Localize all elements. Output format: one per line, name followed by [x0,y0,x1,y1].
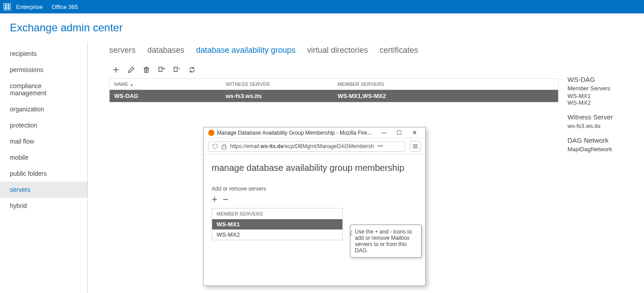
tab-database-availability-groups[interactable]: database availability groups [196,46,295,55]
sidebar-item-compliance-management[interactable]: compliance management [0,78,87,101]
details-network-value: MapiDagNetwork [567,146,635,153]
window-title: Manage Database Availability Group Membe… [217,130,375,136]
cell-witness: ws-fs3.ws.its [222,90,333,102]
col-name[interactable]: NAME ▲ [110,79,222,90]
topnav-enterprise[interactable]: Enterprise [16,4,43,10]
svg-rect-2 [5,7,7,9]
tab-databases[interactable]: databases [147,46,184,55]
shield-icon [212,143,218,150]
svg-rect-6 [145,68,148,72]
svg-rect-0 [5,4,7,7]
table-header: NAME ▲ WITNESS SERVER MEMBER SERVERS [110,79,559,90]
topnav-office365[interactable]: Office 365 [51,4,78,10]
sidebar-item-public-folders[interactable]: public folders [0,166,87,182]
sidebar-item-organization[interactable]: organization [0,101,87,117]
url-text: https://email.ws-its.de/ecp/DBMgmt/Manag… [230,143,374,149]
tab-servers[interactable]: servers [109,46,136,55]
remove-server-icon[interactable]: − [223,195,229,204]
details-witness-value: ws-fs3.ws.its [567,123,635,129]
office-logo-icon [4,3,11,10]
tab-certificates[interactable]: certificates [380,46,418,55]
details-title: WS-DAG [567,76,635,83]
tabs: serversdatabasesdatabase availability gr… [109,46,644,66]
hamburger-menu-icon[interactable] [410,141,421,152]
url-field[interactable]: https://email.ws-its.de/ecp/DBMgmt/Manag… [208,141,405,152]
svg-rect-14 [174,67,177,72]
top-bar: Enterprise Office 365 [0,0,644,13]
sort-asc-icon: ▲ [130,82,134,87]
remove-member-icon[interactable] [173,66,181,74]
firefox-icon [208,130,214,136]
member-row[interactable]: WS-MX2 [212,229,342,240]
sidebar: recipientspermissionscompliance manageme… [0,42,88,293]
col-members[interactable]: MEMBER SERVERS [333,79,559,90]
window-titlebar[interactable]: Manage Database Availability Group Membe… [204,127,425,138]
sidebar-item-protection[interactable]: protection [0,117,87,133]
dag-table: NAME ▲ WITNESS SERVER MEMBER SERVERS WS-… [109,78,559,102]
details-member: WS-MX2 [567,99,635,106]
lock-icon [222,144,226,149]
refresh-icon[interactable] [188,66,196,74]
members-table: MEMBER SERVERS WS-MX1WS-MX2 [212,208,343,240]
details-witness-label: Witness Server [567,113,635,121]
details-pane: WS-DAG Member Servers WS-MX1 WS-MX2 Witn… [559,66,644,160]
details-member: WS-MX1 [567,93,635,99]
minimize-icon[interactable]: — [378,129,390,136]
cell-name: WS-DAG [110,90,222,102]
maximize-icon[interactable]: ☐ [393,129,405,136]
table-row[interactable]: WS-DAGws-fs3.ws.itsWS-MX1,WS-MX2 [110,90,559,102]
add-server-icon[interactable]: + [212,195,218,204]
delete-icon[interactable] [142,66,150,74]
sidebar-item-servers[interactable]: servers [0,182,87,198]
members-col-header: MEMBER SERVERS [212,208,342,219]
close-icon[interactable]: ✕ [408,129,421,136]
add-icon[interactable] [112,66,120,74]
svg-rect-3 [8,7,10,9]
sidebar-item-mail-flow[interactable]: mail flow [0,133,87,149]
popup-sublabel: Add or remove servers [212,186,417,192]
edit-icon[interactable] [127,66,135,74]
svg-rect-16 [222,146,226,149]
page-title: Exchange admin center [0,13,644,42]
member-row[interactable]: WS-MX1 [212,219,342,229]
svg-rect-11 [159,67,162,72]
page-actions-icon[interactable]: ••• [377,143,383,149]
add-member-icon[interactable] [158,66,166,74]
popup-heading: manage database availability group membe… [212,163,417,173]
col-witness[interactable]: WITNESS SERVER [222,79,333,90]
tab-virtual-directories[interactable]: virtual directories [307,46,368,55]
sidebar-item-hybrid[interactable]: hybrid [0,198,87,214]
address-bar-row: https://email.ws-its.de/ecp/DBMgmt/Manag… [204,138,425,155]
svg-rect-1 [8,4,10,7]
sidebar-item-mobile[interactable]: mobile [0,149,87,166]
toolbar [109,66,559,78]
help-tooltip: Use the + and - icons to add or remove M… [350,225,422,258]
cell-members: WS-MX1,WS-MX2 [333,90,559,102]
sidebar-item-recipients[interactable]: recipients [0,46,87,62]
manage-dag-popup: Manage Database Availability Group Membe… [203,127,426,286]
details-network-label: DAG Network [567,136,635,144]
sidebar-item-permissions[interactable]: permissions [0,62,87,78]
details-members-label: Member Servers [567,85,635,92]
